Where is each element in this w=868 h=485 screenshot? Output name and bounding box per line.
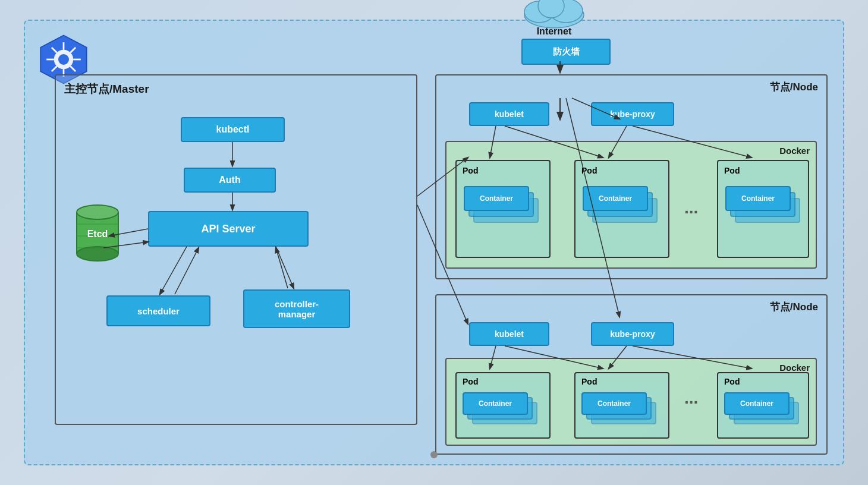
container-bottom-1-front: Container bbox=[463, 392, 528, 415]
svg-line-27 bbox=[276, 247, 294, 288]
docker-top-title: Docker bbox=[779, 146, 810, 156]
svg-line-26 bbox=[160, 247, 187, 294]
pod-bottom-3: Pod Container bbox=[717, 372, 809, 439]
node-top-section: 节点/Node kubelet kube-proxy Docker Pod Co… bbox=[435, 74, 828, 279]
master-title: 主控节点/Master bbox=[64, 81, 149, 97]
svg-point-10 bbox=[58, 54, 69, 65]
container-top-1-front: Container bbox=[464, 186, 529, 211]
svg-text:Etcd: Etcd bbox=[87, 229, 108, 239]
pod-top-3: Pod Container bbox=[717, 160, 809, 258]
internet-cloud-icon bbox=[518, 0, 590, 30]
dots-top: ... bbox=[684, 199, 698, 218]
scheduler-box: scheduler bbox=[106, 295, 210, 326]
docker-bottom-area: Docker Pod Container Pod Container bbox=[445, 358, 817, 446]
docker-bottom-title: Docker bbox=[779, 363, 810, 373]
svg-point-17 bbox=[77, 247, 118, 261]
svg-point-16 bbox=[77, 205, 118, 219]
kubectl-box: kubectl bbox=[181, 117, 285, 142]
pod-top-2: Pod Container bbox=[574, 160, 669, 258]
master-section: 主控节点/Master kubectl Auth API Server bbox=[55, 74, 417, 425]
node-top-kubelet: kubelet bbox=[469, 102, 549, 126]
controller-manager-box: controller- manager bbox=[243, 289, 350, 328]
dots-bottom: ... bbox=[684, 389, 698, 408]
node-bottom-kubeproxy: kube-proxy bbox=[591, 322, 674, 346]
api-server-box: API Server bbox=[148, 211, 309, 247]
pod-top-3-label: Pod bbox=[724, 166, 740, 175]
pod-top-1-label: Pod bbox=[463, 166, 478, 175]
pod-bottom-2-label: Pod bbox=[581, 377, 597, 386]
internet-section: Internet bbox=[518, 0, 590, 37]
container-top-3-front: Container bbox=[725, 186, 791, 211]
pod-top-2-label: Pod bbox=[581, 166, 597, 175]
etcd-container: Etcd bbox=[74, 200, 121, 266]
container-bottom-2-front: Container bbox=[581, 392, 647, 415]
node-top-title: 节点/Node bbox=[770, 80, 818, 94]
pod-bottom-1: Pod Container bbox=[455, 372, 551, 439]
main-diagram: Internet 防火墙 主控节点/Master kubectl Auth AP… bbox=[24, 20, 844, 465]
node-top-kubeproxy: kube-proxy bbox=[591, 102, 674, 126]
svg-line-28 bbox=[175, 248, 199, 294]
svg-line-29 bbox=[276, 248, 288, 288]
pagination-dot bbox=[430, 451, 438, 458]
etcd-icon: Etcd bbox=[74, 200, 121, 266]
pod-bottom-3-label: Pod bbox=[724, 377, 740, 386]
node-bottom-title: 节点/Node bbox=[770, 300, 818, 314]
container-bottom-3-front: Container bbox=[724, 392, 790, 415]
pod-top-1: Pod Container bbox=[455, 160, 551, 258]
auth-box: Auth bbox=[184, 168, 276, 193]
container-top-2-front: Container bbox=[583, 186, 648, 211]
node-bottom-kubelet: kubelet bbox=[469, 322, 549, 346]
node-bottom-section: 节点/Node kubelet kube-proxy Docker Pod Co… bbox=[435, 294, 828, 455]
pod-bottom-1-label: Pod bbox=[463, 377, 478, 386]
docker-top-area: Docker Pod Container Pod Container bbox=[445, 141, 817, 269]
pod-bottom-2: Pod Container bbox=[574, 372, 669, 439]
firewall-box: 防火墙 bbox=[521, 39, 611, 65]
